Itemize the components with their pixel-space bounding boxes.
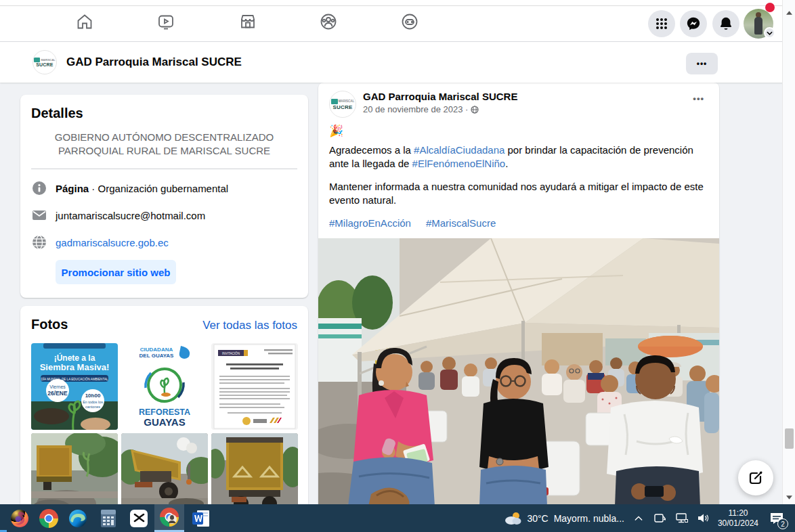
taskbar-weather[interactable]: 30°C Mayorm. nubla... [504, 511, 624, 526]
page-header-bar: MARISCAL SUCRE GAD Parroquia Mariscal SU… [0, 42, 795, 83]
home-icon [75, 12, 94, 31]
page-scrollbar[interactable] [782, 0, 795, 504]
notifications-button[interactable] [712, 10, 739, 37]
messenger-button[interactable] [680, 10, 707, 37]
tab-groups[interactable] [309, 7, 347, 37]
screen: MARISCAL SUCRE GAD Parroquia Mariscal SU… [0, 0, 795, 532]
svg-text:CIUDADANA: CIUDADANA [140, 347, 173, 353]
post-logo-icon [331, 99, 338, 104]
notification-red-dot [765, 3, 775, 12]
svg-text:10h00: 10h00 [85, 393, 101, 399]
chevron-up-icon [635, 516, 643, 521]
svg-text:cantones: cantones [85, 405, 100, 409]
svg-text:INVITACIÓN: INVITACIÓN [222, 351, 240, 355]
photos-grid: ¡Únete a la Siembra Masiva! DÍA MUNDIAL … [31, 343, 297, 504]
network-icon [676, 513, 688, 523]
photo-thumb-reforesta-poster[interactable]: CIUDADANA DEL GUAYAS REFORESTA GUAYAS [121, 343, 208, 430]
details-description: GOBIERNO AUTÓNOMO DESCENTRALIZADO PARROQ… [31, 131, 297, 158]
page-avatar[interactable]: MARISCAL SUCRE [33, 50, 57, 74]
clock-date: 30/01/2024 [718, 518, 758, 529]
clock-time: 11:20 [718, 508, 758, 518]
post-more-button[interactable]: ••• [689, 91, 708, 106]
hashtag-milagro[interactable]: #MilagroEnAcción [329, 217, 411, 230]
email-text: juntamariscalsucre@hotmail.com [56, 210, 205, 221]
photo-thumb-truck-1[interactable] [31, 433, 118, 504]
public-globe-icon [471, 106, 479, 114]
scroll-up-button[interactable] [785, 8, 794, 17]
post-timestamp[interactable]: 20 de noviembre de 2023 · [363, 104, 689, 114]
windows-taskbar: 30°C Mayorm. nubla... [0, 504, 795, 532]
tab-home[interactable] [66, 7, 104, 37]
gaming-icon [400, 12, 419, 31]
taskbar-chrome[interactable] [35, 504, 62, 532]
details-website-row: gadmariscalsucre.gob.ec [31, 234, 297, 250]
svg-text:¡Únete a la: ¡Únete a la [54, 353, 95, 363]
taskbar-capcut[interactable] [125, 504, 152, 532]
photos-card: Fotos Ver todas las fotos ¡Únete a la Si… [20, 306, 308, 504]
speaker-icon [697, 513, 709, 523]
taskbar-clock[interactable]: 11:20 30/01/2024 [718, 508, 758, 529]
apps-grid-icon [655, 17, 668, 30]
tray-network-button[interactable] [674, 504, 689, 532]
post-header: MARISCAL SUCRE GAD Parroquia Mariscal SU… [318, 83, 719, 118]
tray-volume-button[interactable] [696, 504, 711, 532]
tray-cast-button[interactable] [653, 504, 668, 532]
taskbar-word[interactable] [188, 504, 215, 532]
photo-thumb-truck-3[interactable] [211, 433, 298, 504]
reforesta-poster-image: CIUDADANA DEL GUAYAS REFORESTA GUAYAS [121, 343, 208, 430]
p1-text-end: . [505, 158, 508, 169]
tab-watch[interactable] [147, 7, 185, 37]
info-icon [31, 180, 47, 196]
taskbar-chrome-active[interactable] [154, 504, 184, 532]
compose-pencil-icon [748, 470, 764, 486]
globe-icon [31, 234, 47, 250]
post-date-text: 20 de noviembre de 2023 · [363, 104, 468, 114]
hashtag-alcaldia[interactable]: #AlcaldíaCiudadana [414, 144, 504, 156]
scroll-down-button[interactable] [785, 493, 794, 502]
photo-thumb-siembra-poster[interactable]: ¡Únete a la Siembra Masiva! DÍA MUNDIAL … [31, 343, 118, 430]
apps-menu-button[interactable] [648, 10, 675, 37]
tab-gaming[interactable] [391, 7, 429, 37]
scrollbar-thumb[interactable] [785, 428, 794, 449]
account-menu-chevron[interactable] [764, 27, 775, 39]
taskbar-edge[interactable] [64, 504, 91, 532]
tab-marketplace[interactable] [229, 7, 267, 37]
taskbar-firefox[interactable] [6, 504, 33, 532]
hashtag-fenomeno[interactable]: #ElFenómenoElNiño [412, 158, 506, 169]
compose-button[interactable] [738, 460, 773, 495]
cast-icon [654, 513, 666, 523]
post-paragraph-1: Agradecemos a la #AlcaldíaCiudadana por … [329, 143, 708, 171]
bell-icon [718, 16, 733, 31]
svg-text:GUAYAS: GUAYAS [144, 416, 185, 428]
mail-icon [31, 207, 47, 223]
weather-condition: Mayorm. nubla... [554, 513, 624, 524]
category-label: Página [56, 183, 89, 194]
svg-text:26/ENE: 26/ENE [47, 390, 68, 397]
page-logo-top-text: MARISCAL [41, 58, 55, 62]
post-author-avatar[interactable]: MARISCAL SUCRE [329, 91, 356, 118]
taskbar-calculator[interactable] [95, 504, 122, 532]
page-more-button[interactable]: ••• [686, 53, 718, 74]
category-sep: · [89, 183, 98, 194]
photo-thumb-truck-2[interactable] [121, 433, 208, 504]
post-author-name[interactable]: GAD Parroquia Mariscal SUCRE [363, 91, 689, 102]
page-title: GAD Parroquia Mariscal SUCRE [66, 56, 242, 69]
hashtag-mariscal[interactable]: #MariscalSucre [426, 217, 496, 230]
browser-edge-divider [0, 5, 795, 6]
photo-thumb-invitacion-document[interactable]: INVITACIÓN [211, 343, 298, 430]
firefox-icon [9, 508, 30, 529]
p1-text: Agradecemos a la [329, 144, 414, 156]
avatar-person-body [754, 17, 762, 35]
action-center-button[interactable]: 2 [765, 504, 788, 532]
edge-icon [68, 508, 88, 529]
see-all-photos-link[interactable]: Ver todas las fotos [202, 319, 297, 332]
svg-text:En todos los: En todos los [83, 400, 103, 404]
website-link[interactable]: gadmariscalsucre.gob.ec [56, 237, 169, 248]
chrome-icon [39, 508, 59, 529]
tray-expand-button[interactable] [631, 504, 646, 532]
post-main-photo[interactable] [318, 238, 719, 504]
promote-website-button[interactable]: Promocionar sitio web [56, 260, 176, 284]
post-logo-bottom-text: SUCRE [332, 104, 352, 110]
truck-photo-2 [121, 433, 208, 504]
page-logo-icon [34, 58, 40, 62]
